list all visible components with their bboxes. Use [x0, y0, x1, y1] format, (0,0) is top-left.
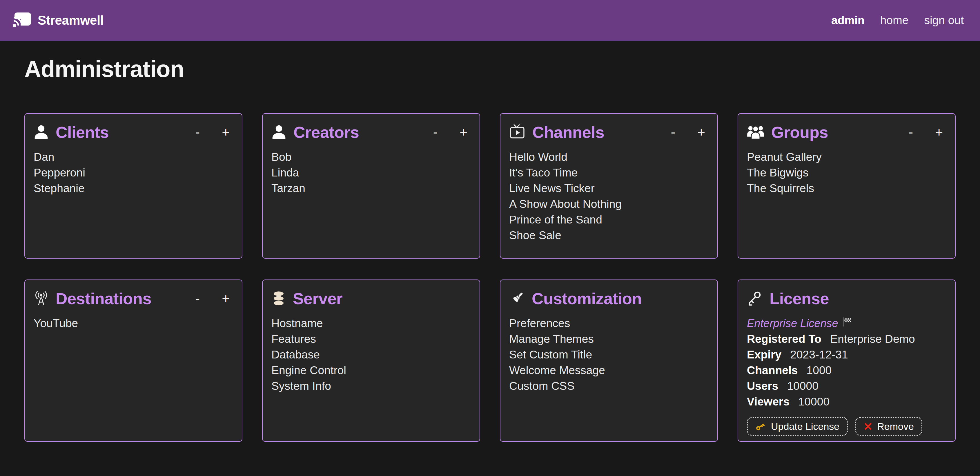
card-title-server: Server — [293, 289, 342, 308]
card-creators: Creators-+BobLindaTarzan — [262, 113, 480, 259]
card-head-clients: Clients-+ — [33, 123, 233, 142]
list-item[interactable]: YouTube — [33, 316, 233, 331]
card-customization: CustomizationPreferencesManage ThemesSet… — [500, 280, 718, 442]
license-field-label: Channels — [747, 363, 798, 378]
list-item[interactable]: Hostname — [271, 316, 471, 331]
card-channels: Channels-+Hello WorldIt's Taco TimeLive … — [500, 113, 718, 259]
update-license-button[interactable]: Update License — [747, 417, 848, 436]
add-creators-button[interactable]: + — [456, 125, 471, 139]
add-groups-button[interactable]: + — [932, 125, 947, 139]
brand-name: Streamwell — [38, 13, 103, 27]
list-item[interactable]: Engine Control — [271, 363, 471, 378]
decrease-creators-button[interactable]: - — [430, 125, 441, 139]
list-item[interactable]: Linda — [271, 165, 471, 180]
list-item[interactable]: Prince of the Sand — [509, 212, 709, 228]
add-clients-button[interactable]: + — [218, 125, 233, 139]
license-field-value: Enterprise Demo — [830, 331, 915, 347]
remove-license-button[interactable]: Remove — [855, 417, 922, 436]
license-tier: Enterprise License — [747, 316, 947, 331]
card-title-channels: Channels — [532, 123, 604, 142]
license-field-label: Registered To — [747, 331, 821, 347]
license-field-row: Users10000 — [747, 378, 947, 394]
decrease-groups-button[interactable]: - — [905, 125, 916, 139]
list-item[interactable]: Bob — [271, 149, 471, 165]
controls-groups: -+ — [905, 125, 947, 139]
list-item[interactable]: Tarzan — [271, 180, 471, 196]
gold-key-icon — [755, 422, 766, 431]
card-title-clients: Clients — [56, 123, 109, 142]
person-icon — [33, 125, 49, 140]
channels-list: Hello WorldIt's Taco TimeLive News Ticke… — [509, 149, 709, 243]
license-field-value: 1000 — [807, 363, 832, 378]
controls-clients: -+ — [192, 125, 233, 139]
database-icon — [271, 291, 286, 306]
card-head-license: License — [747, 289, 947, 308]
license-field-label: Expiry — [747, 347, 781, 363]
decrease-destinations-button[interactable]: - — [192, 292, 203, 305]
nav-admin[interactable]: admin — [831, 14, 865, 27]
update-license-label: Update License — [771, 421, 839, 432]
list-item[interactable]: Features — [271, 331, 471, 347]
red-x-icon — [864, 422, 872, 431]
destinations-list: YouTube — [33, 316, 233, 331]
card-server: ServerHostnameFeaturesDatabaseEngine Con… — [262, 280, 480, 442]
card-head-creators: Creators-+ — [271, 123, 471, 142]
list-item[interactable]: The Bigwigs — [747, 165, 947, 180]
card-groups: Groups-+Peanut GalleryThe BigwigsThe Squ… — [738, 113, 956, 259]
license-field-row: Channels1000 — [747, 363, 947, 378]
license-tier-label: Enterprise License — [747, 316, 838, 331]
list-item[interactable]: System Info — [271, 378, 471, 394]
app-header: Streamwell admin home sign out — [0, 0, 980, 41]
main-content: Administration Clients-+DanPepperoniStep… — [0, 56, 980, 442]
list-item[interactable]: Shoe Sale — [509, 228, 709, 243]
people-icon — [747, 125, 764, 140]
creators-list: BobLindaTarzan — [271, 149, 471, 196]
checkered-flag-icon — [842, 316, 853, 331]
card-title-destinations: Destinations — [56, 289, 151, 308]
license-field-label: Users — [747, 378, 778, 394]
list-item[interactable]: Stephanie — [33, 180, 233, 196]
cast-icon — [13, 12, 31, 29]
list-item[interactable]: Pepperoni — [33, 165, 233, 180]
decrease-channels-button[interactable]: - — [667, 125, 679, 139]
controls-destinations: -+ — [192, 292, 233, 305]
list-item[interactable]: The Squirrels — [747, 180, 947, 196]
top-nav: admin home sign out — [831, 14, 964, 27]
nav-sign-out[interactable]: sign out — [924, 14, 964, 27]
list-item[interactable]: A Show About Nothing — [509, 196, 709, 212]
list-item[interactable]: Live News Ticker — [509, 180, 709, 196]
clients-list: DanPepperoniStephanie — [33, 149, 233, 196]
card-head-groups: Groups-+ — [747, 123, 947, 142]
paintbrush-icon — [509, 291, 525, 306]
nav-home[interactable]: home — [880, 14, 909, 27]
tv-icon — [509, 124, 525, 140]
person-icon — [271, 125, 286, 140]
list-item[interactable]: Database — [271, 347, 471, 363]
card-head-destinations: Destinations-+ — [33, 289, 233, 308]
list-item[interactable]: Peanut Gallery — [747, 149, 947, 165]
add-destinations-button[interactable]: + — [218, 292, 233, 305]
list-item[interactable]: Manage Themes — [509, 331, 709, 347]
license-field-row: Expiry2023-12-31 — [747, 347, 947, 363]
add-channels-button[interactable]: + — [694, 125, 709, 139]
license-field-row: Registered ToEnterprise Demo — [747, 331, 947, 347]
groups-list: Peanut GalleryThe BigwigsThe Squirrels — [747, 149, 947, 196]
customization-list: PreferencesManage ThemesSet Custom Title… — [509, 316, 709, 394]
cards-row-2: Destinations-+YouTubeServerHostnameFeatu… — [24, 280, 956, 442]
server-list: HostnameFeaturesDatabaseEngine ControlSy… — [271, 316, 471, 394]
list-item[interactable]: It's Taco Time — [509, 165, 709, 180]
list-item[interactable]: Welcome Message — [509, 363, 709, 378]
list-item[interactable]: Hello World — [509, 149, 709, 165]
card-license: LicenseEnterprise LicenseRegistered ToEn… — [738, 280, 956, 442]
card-title-groups: Groups — [771, 123, 828, 142]
card-title-customization: Customization — [532, 289, 642, 308]
license-buttons: Update LicenseRemove — [747, 417, 947, 436]
decrease-clients-button[interactable]: - — [192, 125, 203, 139]
license-field-value: 10000 — [798, 394, 829, 409]
list-item[interactable]: Set Custom Title — [509, 347, 709, 363]
license-field-value: 10000 — [787, 378, 818, 394]
list-item[interactable]: Custom CSS — [509, 378, 709, 394]
list-item[interactable]: Dan — [33, 149, 233, 165]
remove-license-label: Remove — [877, 421, 914, 432]
list-item[interactable]: Preferences — [509, 316, 709, 331]
